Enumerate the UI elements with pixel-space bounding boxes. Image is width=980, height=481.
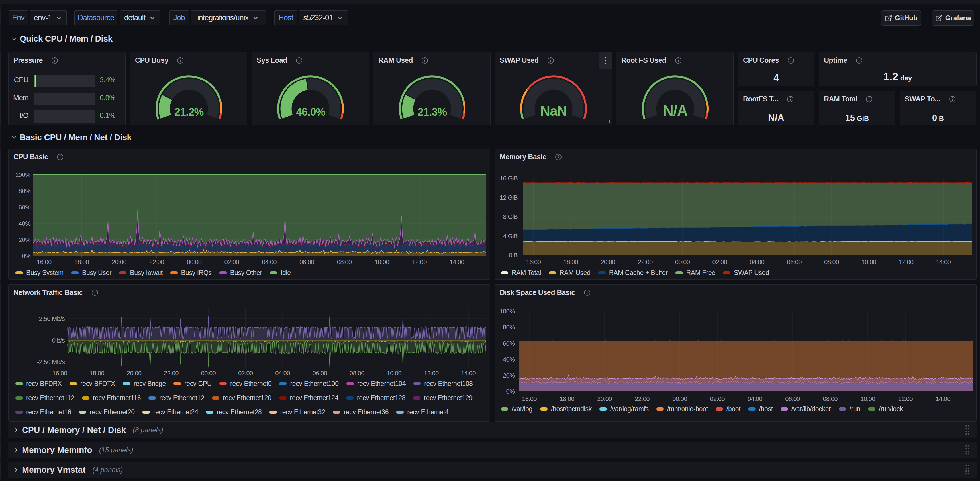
svg-text:08:00: 08:00 (823, 395, 838, 402)
svg-text:08:00: 08:00 (350, 370, 364, 377)
svg-text:21.3%: 21.3% (418, 106, 447, 118)
svg-text:0%: 0% (506, 388, 515, 395)
svg-text:20:00: 20:00 (597, 395, 612, 402)
svg-text:14:00: 14:00 (461, 370, 476, 377)
svg-text:18:00: 18:00 (563, 258, 578, 266)
svg-text:14:00: 14:00 (936, 258, 951, 266)
svg-text:NaN: NaN (540, 104, 566, 119)
svg-text:04:00: 04:00 (262, 258, 277, 266)
svg-text:40%: 40% (503, 356, 515, 363)
svg-text:10:00: 10:00 (387, 370, 402, 377)
svg-text:06:00: 06:00 (785, 395, 800, 402)
svg-text:16:00: 16:00 (522, 395, 537, 402)
svg-text:0 B: 0 B (509, 252, 518, 259)
svg-text:60%: 60% (19, 204, 30, 211)
svg-text:10:00: 10:00 (861, 258, 876, 266)
svg-text:60%: 60% (503, 340, 515, 347)
svg-text:02:00: 02:00 (224, 258, 239, 266)
svg-text:20:00: 20:00 (127, 370, 142, 377)
svg-text:16:00: 16:00 (526, 258, 541, 266)
svg-text:40%: 40% (19, 220, 30, 227)
svg-text:00:00: 00:00 (675, 258, 690, 266)
svg-text:14:00: 14:00 (935, 395, 950, 402)
svg-text:04:00: 04:00 (750, 258, 765, 266)
svg-text:00:00: 00:00 (672, 395, 687, 402)
svg-text:20%: 20% (503, 372, 515, 379)
svg-text:00:00: 00:00 (187, 258, 202, 266)
svg-text:0%: 0% (22, 252, 31, 260)
svg-text:18:00: 18:00 (74, 258, 89, 266)
svg-text:12 GiB: 12 GiB (500, 194, 518, 201)
svg-text:10:00: 10:00 (860, 395, 875, 402)
svg-text:04:00: 04:00 (748, 395, 762, 402)
svg-text:20%: 20% (19, 236, 30, 243)
svg-text:22:00: 22:00 (164, 370, 179, 377)
svg-text:8 GiB: 8 GiB (503, 213, 518, 220)
svg-text:N/A: N/A (663, 102, 688, 119)
svg-text:12:00: 12:00 (899, 258, 914, 266)
svg-text:20:00: 20:00 (112, 258, 126, 266)
svg-text:10:00: 10:00 (374, 258, 389, 266)
svg-text:16 GiB: 16 GiB (500, 175, 518, 182)
svg-text:22:00: 22:00 (635, 395, 649, 402)
svg-text:02:00: 02:00 (713, 258, 727, 266)
svg-text:08:00: 08:00 (824, 258, 839, 266)
svg-text:14:00: 14:00 (450, 258, 465, 266)
svg-text:46.0%: 46.0% (296, 106, 325, 118)
svg-text:16:00: 16:00 (37, 258, 52, 266)
svg-text:18:00: 18:00 (89, 370, 104, 377)
svg-text:22:00: 22:00 (638, 258, 653, 266)
svg-text:80%: 80% (19, 188, 30, 194)
svg-text:20:00: 20:00 (601, 258, 615, 266)
svg-text:2.50 Mb/s: 2.50 Mb/s (39, 315, 65, 322)
svg-text:06:00: 06:00 (299, 258, 314, 266)
svg-text:22:00: 22:00 (149, 258, 164, 266)
svg-text:12:00: 12:00 (412, 258, 427, 266)
svg-text:02:00: 02:00 (238, 370, 253, 377)
svg-text:06:00: 06:00 (312, 370, 327, 377)
svg-text:-2.50 Mb/s: -2.50 Mb/s (37, 358, 65, 366)
svg-text:06:00: 06:00 (787, 258, 802, 266)
svg-text:00:00: 00:00 (201, 370, 216, 377)
svg-text:0 b/s: 0 b/s (52, 337, 65, 344)
svg-text:80%: 80% (503, 324, 515, 331)
svg-text:16:00: 16:00 (52, 370, 67, 377)
svg-text:18:00: 18:00 (560, 395, 574, 402)
svg-text:100%: 100% (15, 171, 31, 178)
svg-text:08:00: 08:00 (337, 258, 352, 266)
svg-text:100%: 100% (500, 308, 515, 315)
svg-text:02:00: 02:00 (710, 395, 725, 402)
svg-text:21.2%: 21.2% (174, 106, 204, 118)
svg-text:04:00: 04:00 (275, 370, 290, 377)
svg-text:12:00: 12:00 (424, 370, 439, 377)
svg-text:4 GiB: 4 GiB (503, 233, 518, 240)
svg-text:12:00: 12:00 (898, 395, 913, 402)
